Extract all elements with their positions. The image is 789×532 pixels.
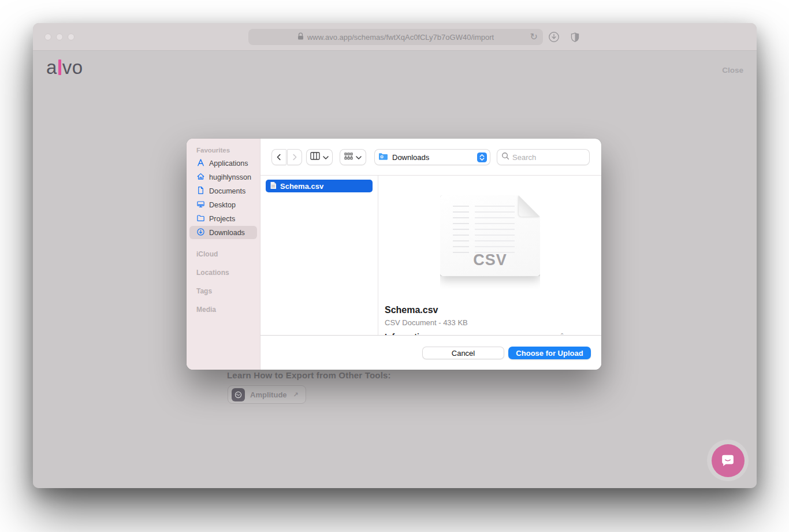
csv-type-badge: CSV xyxy=(440,251,540,269)
group-by-button[interactable] xyxy=(340,149,366,165)
downloads-toolbar-icon[interactable] xyxy=(547,30,561,44)
favourites-header: Favourites xyxy=(196,147,260,154)
csv-file-icon xyxy=(270,181,277,191)
columns-view-icon xyxy=(310,152,320,162)
file-open-dialog: Favourites Applications hugihlynsson Doc… xyxy=(187,139,601,370)
chevron-up-icon[interactable]: ˆ xyxy=(561,332,563,335)
csv-thumb-lines xyxy=(453,206,469,255)
sidebar-section-locations[interactable]: Locations xyxy=(196,263,260,282)
amplitude-link-button[interactable]: Amplitude ↗ xyxy=(228,385,306,404)
file-name-label: Schema.csv xyxy=(280,182,323,191)
avo-logo: a vo xyxy=(46,58,83,77)
logo-letter-a: a xyxy=(46,58,57,77)
preview-file-meta: CSV Document - 433 KB xyxy=(385,318,468,327)
blue-folder-icon xyxy=(378,152,388,162)
dialog-main: Downloads Schema.csv xyxy=(260,139,601,370)
document-icon xyxy=(196,186,205,196)
back-button[interactable] xyxy=(271,149,286,165)
file-browser: Schema.csv CSV Schema.csv CSV Document -… xyxy=(260,175,601,336)
logo-letters-vo: vo xyxy=(62,58,83,77)
sidebar-item-desktop[interactable]: Desktop xyxy=(189,198,257,211)
external-link-icon: ↗ xyxy=(293,391,299,399)
screenshot-canvas: www.avo.app/schemas/fwtXqAc0fCLy7b7oGW40… xyxy=(0,0,789,532)
location-label: Downloads xyxy=(392,153,429,162)
traffic-lights xyxy=(44,34,75,40)
downloads-icon xyxy=(196,228,205,238)
amplitude-label: Amplitude xyxy=(250,390,287,399)
sidebar-item-applications[interactable]: Applications xyxy=(189,157,257,170)
group-grid-icon xyxy=(344,152,353,162)
file-list-column: Schema.csv xyxy=(260,176,378,335)
preview-information-heading: Information xyxy=(385,332,429,335)
location-dropdown[interactable]: Downloads xyxy=(374,149,490,165)
lock-icon xyxy=(297,32,304,42)
search-icon xyxy=(501,152,509,162)
location-stepper-icon[interactable] xyxy=(477,152,487,162)
sidebar-section-media[interactable]: Media xyxy=(196,300,260,319)
csv-thumb-lines xyxy=(475,206,515,255)
chat-bubble-icon xyxy=(712,444,745,477)
nav-buttons xyxy=(271,149,302,165)
search-field[interactable] xyxy=(497,149,590,165)
desktop-icon xyxy=(196,200,205,210)
page-fold xyxy=(519,195,540,217)
cancel-button[interactable]: Cancel xyxy=(422,347,504,359)
sidebar-section-icloud[interactable]: iCloud xyxy=(196,245,260,263)
choose-for-upload-button[interactable]: Choose for Upload xyxy=(508,347,591,359)
dialog-sidebar: Favourites Applications hugihlynsson Doc… xyxy=(187,139,260,370)
chat-widget-button[interactable] xyxy=(707,440,749,481)
sidebar-item-projects[interactable]: Projects xyxy=(189,212,257,225)
applications-icon xyxy=(196,158,205,169)
sidebar-item-home[interactable]: hugihlynsson xyxy=(189,170,257,184)
amplitude-icon xyxy=(232,388,245,401)
url-text: www.avo.app/schemas/fwtXqAc0fCLy7b7oGW40… xyxy=(307,33,494,42)
home-icon xyxy=(196,172,205,183)
dialog-action-bar: Cancel Choose for Upload xyxy=(260,336,601,370)
sidebar-item-downloads[interactable]: Downloads xyxy=(189,226,257,239)
chevron-down-icon xyxy=(323,152,329,162)
minimize-window-button[interactable] xyxy=(56,34,63,40)
close-window-button[interactable] xyxy=(44,34,51,40)
forward-button[interactable] xyxy=(287,149,302,165)
file-row-schema-csv[interactable]: Schema.csv xyxy=(266,180,373,192)
search-input[interactable] xyxy=(512,153,579,162)
export-tools-heading: Learn How to Export from Other Tools: xyxy=(227,370,391,380)
preview-file-name: Schema.csv xyxy=(385,305,438,315)
csv-preview-thumbnail: CSV xyxy=(440,195,540,276)
view-mode-button[interactable] xyxy=(306,149,333,165)
reload-icon[interactable]: ↻ xyxy=(530,31,538,42)
close-button[interactable]: Close xyxy=(722,66,743,75)
zoom-window-button[interactable] xyxy=(68,34,75,40)
chevron-down-icon xyxy=(356,152,362,162)
preview-pane: CSV Schema.csv CSV Document - 433 KB Inf… xyxy=(378,176,601,335)
folder-icon xyxy=(196,214,205,224)
address-bar[interactable]: www.avo.app/schemas/fwtXqAc0fCLy7b7oGW40… xyxy=(248,29,543,45)
shield-icon[interactable] xyxy=(568,30,582,44)
browser-toolbar: www.avo.app/schemas/fwtXqAc0fCLy7b7oGW40… xyxy=(33,23,757,51)
logo-pink-bar xyxy=(58,59,61,75)
sidebar-item-documents[interactable]: Documents xyxy=(189,184,257,198)
sidebar-section-tags[interactable]: Tags xyxy=(196,282,260,300)
